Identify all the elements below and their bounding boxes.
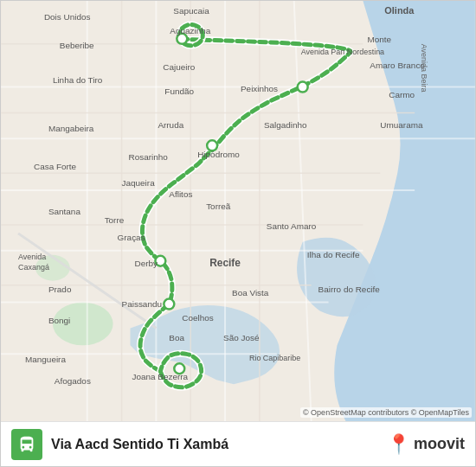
svg-text:Rio Capibaribe: Rio Capibaribe [249,354,300,362]
svg-text:Derby: Derby [134,259,158,268]
svg-text:Hipódromo: Hipódromo [197,150,240,159]
svg-text:Santana: Santana [48,207,80,216]
svg-text:São José: São José [223,333,260,342]
svg-text:Carmo: Carmo [389,90,415,99]
svg-text:Casa Forte: Casa Forte [34,162,77,171]
svg-text:Peixinhos: Peixinhos [241,84,278,93]
svg-text:Olinda: Olinda [384,5,415,16]
svg-text:Jaqueira: Jaqueira [122,178,156,188]
svg-text:Recife: Recife [209,257,241,269]
svg-text:Linha do Tiro: Linha do Tiro [53,75,103,85]
svg-text:Avenida Beira: Avenida Beira [420,44,428,93]
footer-bar: Via Aacd Sentido Ti Xambá 📍 moovit [1,421,475,466]
svg-text:Paissandu: Paissandu [122,299,162,309]
moovit-logo-text: moovit [414,435,465,453]
svg-text:Amaro Branco: Amaro Branco [370,61,425,70]
svg-text:Bairro do Recife: Bairro do Recife [318,285,381,294]
svg-text:Salga­dinho: Salga­dinho [264,120,307,130]
svg-text:Fundão: Fundão [164,86,194,96]
svg-text:Beberibe: Beberibe [60,41,94,50]
bus-icon [11,429,42,460]
svg-text:Joana Bezerra: Joana Bezerra [132,372,189,381]
svg-text:Avenida: Avenida [18,253,46,261]
svg-text:Boa: Boa [169,333,184,342]
svg-text:Arruda: Arruda [158,120,183,130]
route-name: Via Aacd Sentido Ti Xambá [51,437,228,452]
svg-text:Afogados: Afogados [55,376,91,386]
svg-text:Ilha do Recife: Ilha do Recife [307,250,360,259]
svg-text:Umuarama: Umuarama [380,120,423,130]
svg-text:Caxangá: Caxangá [18,263,49,272]
bus-svg [17,435,36,454]
svg-text:Avenida Pan Nordestina: Avenida Pan Nordestina [301,48,384,56]
svg-text:Mangueira: Mangueira [25,355,66,364]
svg-text:Prado: Prado [48,285,72,294]
app: Dois Unidos Sapucaia Olinda Beberibe Agu… [0,0,476,467]
svg-text:Rosarinho: Rosarinho [129,152,169,162]
svg-text:Cajueiro: Cajueiro [163,62,195,72]
svg-text:Coelhos: Coelhos [182,313,213,323]
svg-text:Santo Amaro: Santo Amaro [267,221,317,231]
svg-text:Aflitos: Aflitos [169,189,192,199]
svg-text:Boa Vista: Boa Vista [232,288,269,297]
svg-text:Aguazinha: Aguazinha [170,26,210,35]
map-container: Dois Unidos Sapucaia Olinda Beberibe Agu… [1,1,475,421]
svg-point-26 [164,299,174,310]
route-info: Via Aacd Sentido Ti Xambá [11,429,228,460]
svg-text:Monte: Monte [367,35,391,44]
map-attribution: © OpenStreetMap contributors © OpenMapTi… [300,407,472,418]
moovit-pin-icon: 📍 [387,433,410,456]
svg-point-23 [298,82,308,93]
svg-text:Graças: Graças [118,233,145,242]
moovit-logo: 📍 moovit [387,433,465,456]
svg-text:Torreã: Torreã [206,202,231,211]
svg-text:Torre: Torre [105,215,125,225]
svg-text:Dois Unidos: Dois Unidos [44,12,91,22]
svg-text:Mangabeira: Mangabeira [48,124,94,133]
map-svg: Dois Unidos Sapucaia Olinda Beberibe Agu… [1,1,475,421]
svg-text:Sapucaia: Sapucaia [173,6,209,16]
svg-text:Bongi: Bongi [48,316,70,325]
